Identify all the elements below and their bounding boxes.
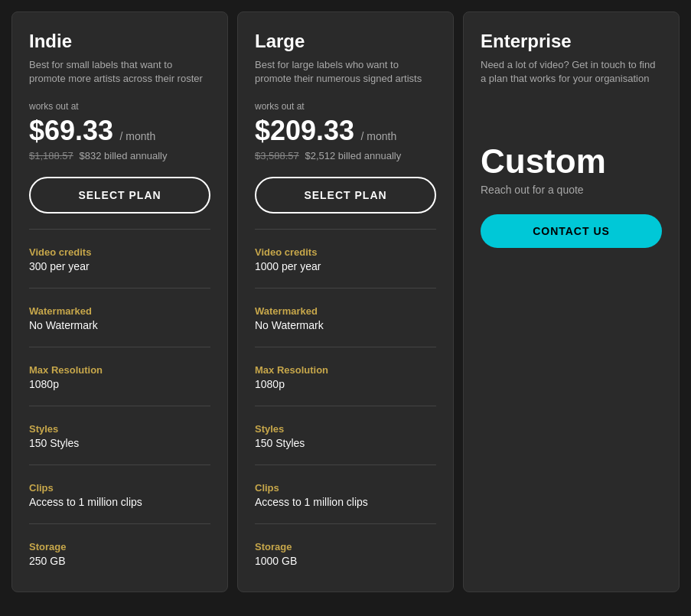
indie-price-row: $69.33 / month	[29, 115, 210, 147]
large-annual: $3,588.57 $2,512 billed annually	[255, 150, 436, 161]
divider	[29, 288, 210, 288]
divider	[29, 347, 210, 347]
indie-resolution-label: Max Resolution	[29, 364, 210, 376]
large-price: $209.33	[255, 115, 354, 146]
indie-discounted-price: $832	[79, 150, 101, 161]
enterprise-custom-subtitle: Reach out for a quote	[481, 184, 662, 196]
indie-storage-label: Storage	[29, 541, 210, 552]
divider	[255, 406, 436, 406]
divider	[255, 288, 436, 288]
indie-price: $69.33	[29, 115, 113, 146]
indie-feature-storage: Storage 250 GB	[29, 533, 210, 573]
large-title: Large	[255, 31, 436, 52]
large-works-out-at: works out at	[255, 101, 436, 112]
divider	[29, 523, 210, 524]
enterprise-custom-label: Custom	[481, 142, 662, 181]
large-clips-label: Clips	[255, 482, 436, 494]
indie-works-out-at: works out at	[29, 101, 210, 112]
indie-period: / month	[120, 130, 156, 142]
large-discounted-price: $2,512	[305, 150, 335, 161]
large-video-credits-label: Video credits	[255, 246, 436, 258]
indie-title: Indie	[29, 31, 210, 52]
large-styles-value: 150 Styles	[255, 437, 436, 449]
large-card: Large Best for large labels who want to …	[237, 11, 454, 592]
indie-storage-value: 250 GB	[29, 555, 210, 567]
large-description: Best for large labels who want to promot…	[255, 58, 436, 86]
indie-resolution-value: 1080p	[29, 378, 210, 390]
indie-feature-video-credits: Video credits 300 per year	[29, 239, 210, 279]
large-clips-value: Access to 1 million clips	[255, 496, 436, 508]
large-period: / month	[361, 130, 397, 142]
indie-feature-watermark: Watermarked No Watermark	[29, 298, 210, 337]
indie-watermark-value: No Watermark	[29, 319, 210, 331]
indie-styles-label: Styles	[29, 423, 210, 435]
large-feature-watermark: Watermarked No Watermark	[255, 298, 436, 337]
divider	[29, 464, 210, 465]
divider	[255, 523, 436, 524]
large-watermark-value: No Watermark	[255, 319, 436, 331]
large-resolution-label: Max Resolution	[255, 364, 436, 376]
large-resolution-value: 1080p	[255, 378, 436, 390]
divider	[255, 347, 436, 347]
indie-clips-label: Clips	[29, 482, 210, 494]
large-feature-resolution: Max Resolution 1080p	[255, 357, 436, 396]
indie-video-credits-label: Video credits	[29, 246, 210, 258]
divider	[29, 229, 210, 230]
large-storage-value: 1000 GB	[255, 555, 436, 567]
indie-clips-value: Access to 1 million clips	[29, 496, 210, 508]
divider	[255, 464, 436, 465]
indie-watermark-label: Watermarked	[29, 305, 210, 317]
indie-annual: $1,188.57 $832 billed annually	[29, 150, 210, 161]
large-styles-label: Styles	[255, 423, 436, 435]
large-feature-storage: Storage 1000 GB	[255, 533, 436, 573]
indie-annual-suffix: billed annually	[104, 150, 167, 161]
divider	[29, 406, 210, 406]
large-feature-video-credits: Video credits 1000 per year	[255, 239, 436, 279]
indie-feature-clips: Clips Access to 1 million clips	[29, 474, 210, 514]
indie-feature-resolution: Max Resolution 1080p	[29, 357, 210, 396]
indie-feature-styles: Styles 150 Styles	[29, 416, 210, 455]
large-price-row: $209.33 / month	[255, 115, 436, 147]
large-original-price: $3,588.57	[255, 150, 299, 161]
indie-styles-value: 150 Styles	[29, 437, 210, 449]
enterprise-title: Enterprise	[481, 31, 662, 52]
enterprise-spacer	[481, 101, 662, 142]
enterprise-contact-button[interactable]: CONTACT US	[481, 214, 662, 248]
indie-video-credits-value: 300 per year	[29, 260, 210, 272]
enterprise-card: Enterprise Need a lot of video? Get in t…	[463, 11, 680, 592]
indie-description: Best for small labels that want to promo…	[29, 58, 210, 86]
large-storage-label: Storage	[255, 541, 436, 552]
indie-select-button[interactable]: SELECT PLAN	[29, 177, 210, 213]
indie-original-price: $1,188.57	[29, 150, 73, 161]
large-video-credits-value: 1000 per year	[255, 260, 436, 272]
divider	[255, 229, 436, 230]
large-feature-clips: Clips Access to 1 million clips	[255, 474, 436, 514]
large-feature-styles: Styles 150 Styles	[255, 416, 436, 455]
enterprise-description: Need a lot of video? Get in touch to fin…	[481, 58, 662, 86]
large-annual-suffix: billed annually	[338, 150, 401, 161]
large-select-button[interactable]: SELECT PLAN	[255, 177, 436, 213]
large-watermark-label: Watermarked	[255, 305, 436, 317]
indie-card: Indie Best for small labels that want to…	[11, 11, 228, 592]
pricing-cards: Indie Best for small labels that want to…	[11, 11, 680, 592]
